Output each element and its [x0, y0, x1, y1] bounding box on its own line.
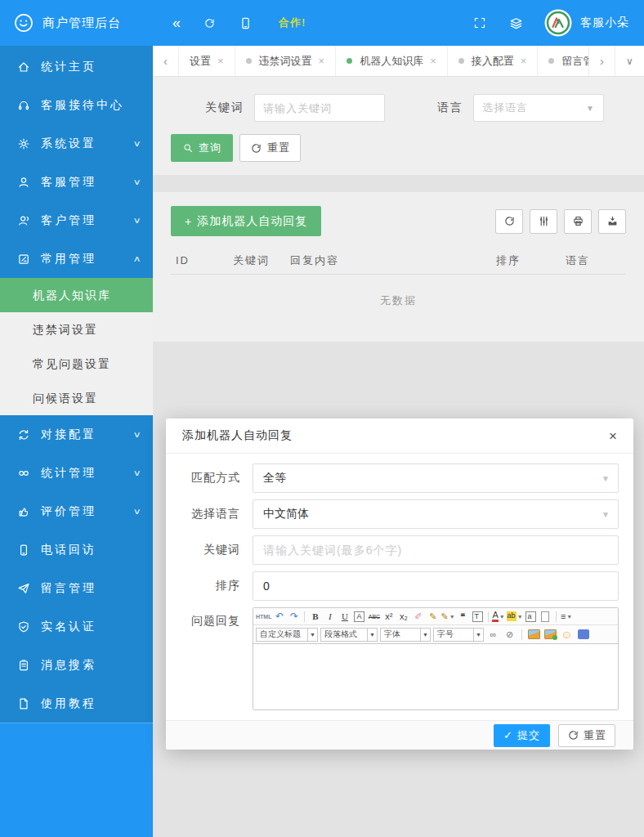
query-button[interactable]: 查询 [171, 134, 233, 162]
select-label: 自定义标题 [260, 629, 301, 640]
sidebar-item[interactable]: 实名认证 [0, 607, 153, 646]
image-icon[interactable] [527, 628, 541, 642]
toolbar-separator [488, 611, 489, 622]
modal-title: 添加机器人自动回复 [182, 428, 293, 443]
sidebar-item[interactable]: 常用管理∧ [0, 239, 153, 278]
sidebar-item[interactable]: 系统设置∨ [0, 124, 153, 163]
subscript-button[interactable]: x₂ [396, 610, 410, 624]
sidebar-item[interactable]: 客服接待中心 [0, 86, 153, 124]
refresh-icon-button[interactable] [495, 209, 523, 234]
tab-4[interactable]: 留言管理× [538, 46, 588, 76]
format-painter-icon[interactable]: ✎ [426, 610, 440, 624]
video-icon[interactable] [576, 628, 590, 642]
undo-icon[interactable]: ↶ [272, 610, 286, 624]
font-size-select[interactable]: 字号▼ [433, 628, 484, 642]
collapse-sidebar-icon[interactable]: « [172, 16, 181, 30]
keyword-row: 关键词 [181, 535, 619, 565]
redo-icon[interactable]: ↷ [287, 610, 301, 624]
strikethrough-button[interactable]: ABC [367, 610, 381, 624]
inline-code-button[interactable]: a [524, 610, 538, 624]
submenu-item[interactable]: 违禁词设置 [0, 312, 153, 347]
tabs-next-arrow[interactable]: › [588, 46, 615, 76]
tab-3[interactable]: 接入配置× [448, 46, 539, 76]
tab-0[interactable]: 设置× [179, 46, 235, 76]
image-upload-icon[interactable] [543, 628, 557, 642]
paper-plane-icon [16, 581, 30, 595]
tab-2[interactable]: 机器人知识库× [336, 46, 448, 76]
sidebar-item[interactable]: 统计主页 [0, 47, 153, 86]
filter-columns-icon-button[interactable] [530, 209, 557, 234]
highlight-color-button[interactable]: ab▼ [507, 610, 523, 624]
refresh-icon[interactable] [202, 16, 217, 30]
sidebar-item[interactable]: 统计管理∨ [0, 454, 153, 492]
app-title: 商户管理后台 [42, 16, 121, 31]
superscript-button[interactable]: x² [382, 610, 396, 624]
reset-button[interactable]: 重置 [239, 134, 301, 162]
gear-icon [16, 137, 30, 150]
link-icon[interactable]: ∞ [486, 628, 500, 642]
modal-reset-button[interactable]: 重置 [558, 724, 615, 747]
keyword-input[interactable] [254, 94, 385, 122]
modal-language-select[interactable]: 中文简体 ▼ [253, 499, 619, 529]
language-select[interactable]: 选择语言 ▼ [473, 94, 604, 122]
tab-close-icon[interactable]: × [217, 55, 224, 67]
sidebar-item[interactable]: 对接配置∨ [0, 415, 153, 454]
submenu-item[interactable]: 常见问题设置 [0, 347, 153, 381]
italic-button[interactable]: I [323, 610, 337, 624]
match-mode-select[interactable]: 全等 ▼ [253, 463, 619, 493]
table-header-row: ID关键词回复内容排序语言 [171, 247, 626, 275]
print-icon-button[interactable] [564, 209, 592, 234]
stack-icon[interactable] [508, 16, 523, 30]
html-source-button[interactable]: HTML [256, 610, 271, 624]
submenu-item[interactable]: 问候语设置 [0, 381, 153, 415]
modal-keyword-input[interactable] [253, 535, 619, 565]
submit-button[interactable]: ✓ 提交 [494, 724, 550, 747]
sidebar-item[interactable]: 客服管理∨ [0, 163, 153, 201]
editor-toolbar-row2: 自定义标题▼段落格式▼字体▼字号▼∞⊘☺ [253, 625, 618, 644]
sidebar-item[interactable]: 使用教程 [0, 684, 153, 723]
modal-language-label: 选择语言 [181, 507, 253, 521]
tab-close-icon[interactable]: × [319, 55, 325, 67]
tab-1[interactable]: 违禁词设置× [235, 46, 337, 76]
font-border-button[interactable]: A [352, 610, 366, 624]
tab-status-dot [548, 58, 554, 64]
sidebar-item[interactable]: 电话回访 [0, 530, 153, 569]
submenu-item[interactable]: 机器人知识库 [0, 278, 153, 312]
add-robot-reply-button[interactable]: + 添加机器人自动回复 [171, 206, 321, 236]
underline-button[interactable]: U [338, 610, 351, 624]
bold-button[interactable]: B [308, 610, 322, 624]
tab-label: 违禁词设置 [259, 54, 312, 69]
blockquote-button[interactable]: ❝ [456, 610, 470, 624]
tabs-prev-arrow[interactable]: ‹ [153, 46, 179, 76]
paint-format-dropdown[interactable]: ✎▼ [441, 610, 454, 624]
sidebar-item[interactable]: 留言管理 [0, 569, 153, 607]
sidebar-item[interactable]: 客户管理∨ [0, 201, 153, 239]
tab-close-icon[interactable]: × [521, 55, 527, 67]
eraser-icon[interactable]: ✐ [411, 610, 425, 624]
unlink-icon[interactable]: ⊘ [503, 628, 517, 642]
font-family-select[interactable]: 字体▼ [380, 628, 431, 642]
clear-doc-icon[interactable] [539, 610, 552, 624]
sidebar-item[interactable]: 消息搜索 [0, 646, 153, 684]
submit-button-label: 提交 [517, 728, 540, 743]
sort-row: 排序 [181, 571, 619, 601]
export-icon-button[interactable] [598, 209, 626, 234]
tab-close-icon[interactable]: × [430, 55, 436, 67]
font-color-button[interactable]: A▼ [492, 610, 506, 624]
mobile-icon[interactable] [238, 16, 253, 30]
tabs-dropdown-icon[interactable]: ∨ [615, 46, 644, 76]
sidebar-item[interactable]: 评价管理∨ [0, 492, 153, 530]
sidebar-item-label: 客户管理 [41, 213, 96, 228]
sort-input[interactable] [253, 571, 619, 601]
emoji-icon[interactable]: ☺ [560, 628, 574, 642]
custom-title-select[interactable]: 自定义标题▼ [256, 628, 318, 642]
username[interactable]: 客服小朵 [580, 16, 629, 30]
close-icon[interactable]: × [609, 429, 617, 443]
list-style-dropdown[interactable]: ≡▼ [560, 610, 574, 624]
language-row: 选择语言 中文简体 ▼ [181, 499, 619, 529]
avatar[interactable] [544, 9, 572, 37]
fullscreen-icon[interactable] [472, 16, 487, 30]
paste-text-button[interactable]: T [471, 610, 485, 624]
editor-content-area[interactable] [253, 644, 618, 709]
paragraph-format-select[interactable]: 段落格式▼ [320, 628, 378, 642]
